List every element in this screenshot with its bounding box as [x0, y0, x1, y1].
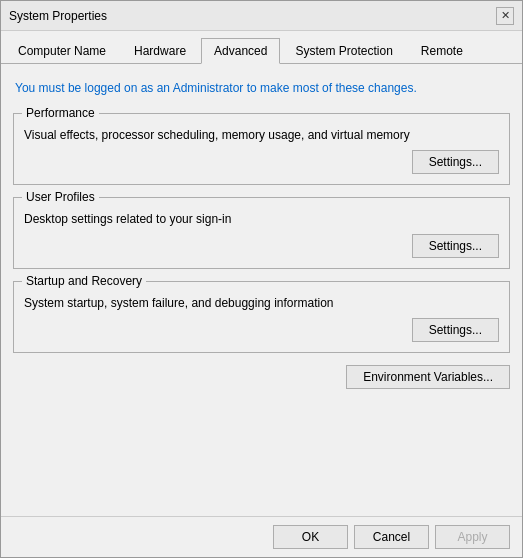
admin-notice: You must be logged on as an Administrato… [13, 76, 510, 101]
environment-variables-button[interactable]: Environment Variables... [346, 365, 510, 389]
performance-settings-button[interactable]: Settings... [412, 150, 499, 174]
user-profiles-btn-row: Settings... [24, 234, 499, 258]
window-title: System Properties [9, 9, 107, 23]
tab-bar: Computer Name Hardware Advanced System P… [1, 31, 522, 64]
startup-recovery-group: Startup and Recovery System startup, sys… [13, 281, 510, 353]
tab-system-protection[interactable]: System Protection [282, 38, 405, 64]
cancel-button[interactable]: Cancel [354, 525, 429, 549]
tab-computer-name[interactable]: Computer Name [5, 38, 119, 64]
tab-content: You must be logged on as an Administrato… [1, 64, 522, 516]
performance-group-title: Performance [22, 106, 99, 120]
title-bar: System Properties ✕ [1, 1, 522, 31]
tab-remote[interactable]: Remote [408, 38, 476, 64]
tab-hardware[interactable]: Hardware [121, 38, 199, 64]
user-profiles-group: User Profiles Desktop settings related t… [13, 197, 510, 269]
user-profiles-desc: Desktop settings related to your sign-in [24, 210, 499, 226]
ok-button[interactable]: OK [273, 525, 348, 549]
performance-desc: Visual effects, processor scheduling, me… [24, 126, 499, 142]
system-properties-window: System Properties ✕ Computer Name Hardwa… [0, 0, 523, 558]
apply-button[interactable]: Apply [435, 525, 510, 549]
performance-btn-row: Settings... [24, 150, 499, 174]
startup-recovery-group-title: Startup and Recovery [22, 274, 146, 288]
startup-recovery-btn-row: Settings... [24, 318, 499, 342]
startup-recovery-desc: System startup, system failure, and debu… [24, 294, 499, 310]
startup-recovery-settings-button[interactable]: Settings... [412, 318, 499, 342]
user-profiles-settings-button[interactable]: Settings... [412, 234, 499, 258]
close-button[interactable]: ✕ [496, 7, 514, 25]
tab-advanced[interactable]: Advanced [201, 38, 280, 64]
env-variables-row: Environment Variables... [13, 365, 510, 389]
user-profiles-group-title: User Profiles [22, 190, 99, 204]
performance-group: Performance Visual effects, processor sc… [13, 113, 510, 185]
footer: OK Cancel Apply [1, 516, 522, 557]
